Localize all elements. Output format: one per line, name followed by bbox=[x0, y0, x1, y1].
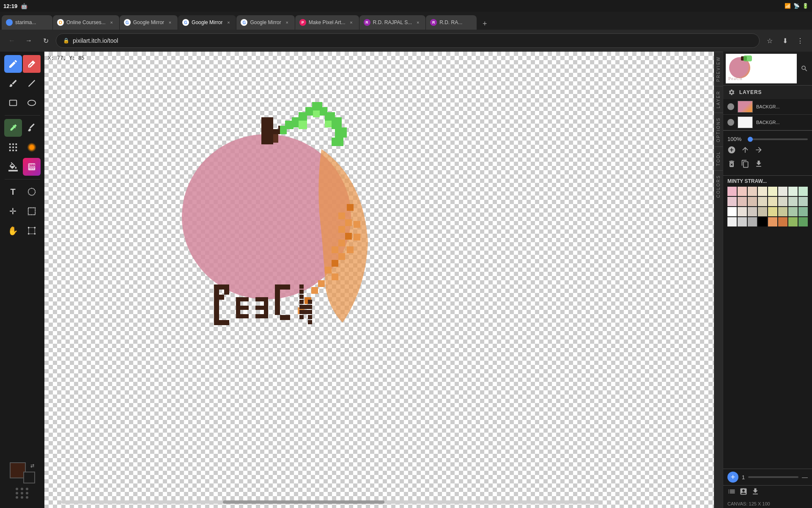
back-button[interactable]: ← bbox=[5, 34, 19, 47]
settings-export-icon[interactable] bbox=[751, 487, 760, 498]
bookmark-button[interactable]: ☆ bbox=[763, 34, 776, 47]
color-swatch[interactable] bbox=[778, 197, 787, 206]
eraser-tool[interactable] bbox=[23, 55, 41, 73]
color-swatch[interactable] bbox=[798, 207, 808, 216]
eyedropper-tool[interactable] bbox=[4, 119, 22, 137]
color-swatch[interactable] bbox=[788, 187, 798, 196]
tab-google-mirror-4[interactable]: G Google Mirror × bbox=[178, 15, 236, 30]
color-swatch[interactable] bbox=[768, 207, 777, 216]
tab-close-google-mirror-3[interactable]: × bbox=[167, 19, 173, 26]
tab-make-pixel-art[interactable]: P Make Pixel Art... × bbox=[295, 15, 359, 30]
layers-list-icon[interactable] bbox=[727, 487, 736, 498]
gradient-tool[interactable] bbox=[23, 158, 41, 176]
color-swatch[interactable] bbox=[788, 207, 798, 216]
tab-online-courses[interactable]: O Online Courses... × bbox=[53, 15, 119, 30]
zoom-slider[interactable] bbox=[748, 138, 808, 140]
address-input-container[interactable]: 🔒 pixilart.itch.io/tool bbox=[56, 33, 760, 48]
pencil-tool[interactable] bbox=[4, 55, 22, 73]
color-swatch[interactable] bbox=[727, 207, 737, 216]
pixel-art-canvas[interactable] bbox=[61, 52, 476, 399]
delete-layer-button[interactable] bbox=[727, 160, 736, 170]
zoom-preview-button[interactable] bbox=[799, 64, 809, 74]
color-swatch[interactable] bbox=[768, 197, 777, 206]
zoom-slider-thumb[interactable] bbox=[748, 137, 753, 142]
color-swatch[interactable] bbox=[758, 217, 767, 226]
secondary-color-swatch[interactable] bbox=[23, 472, 35, 483]
color-swatch[interactable] bbox=[738, 207, 747, 216]
ellipse-tool[interactable] bbox=[23, 94, 41, 112]
color-swatch[interactable] bbox=[798, 197, 808, 206]
color-swatch[interactable] bbox=[758, 197, 767, 206]
text-tool[interactable]: T bbox=[4, 183, 22, 201]
color-swatch[interactable] bbox=[758, 207, 767, 216]
add-layer-button[interactable] bbox=[727, 146, 736, 156]
layer-item-2[interactable]: BACKGR... bbox=[723, 115, 812, 130]
color-swatch[interactable] bbox=[798, 187, 808, 196]
tool-side-label[interactable]: TOOL bbox=[714, 146, 723, 170]
color-swatch[interactable] bbox=[738, 197, 747, 206]
add-frame-button[interactable]: + bbox=[727, 472, 738, 483]
canvas-area[interactable]: X: 77, Y: 85 bbox=[44, 52, 714, 508]
brush-tool[interactable] bbox=[4, 75, 22, 92]
color-swatch[interactable] bbox=[768, 187, 777, 196]
options-side-label[interactable]: OPTIONS bbox=[714, 113, 723, 146]
color-picker-tool[interactable] bbox=[23, 119, 41, 137]
color-swatch[interactable] bbox=[748, 187, 757, 196]
color-swatch[interactable] bbox=[798, 217, 808, 226]
transform-tool[interactable] bbox=[23, 222, 41, 240]
color-swatch[interactable] bbox=[748, 217, 757, 226]
color-swatch[interactable] bbox=[768, 217, 777, 226]
layer-visibility-1[interactable] bbox=[727, 103, 734, 110]
color-swatch[interactable] bbox=[778, 207, 787, 216]
frame-slider[interactable] bbox=[748, 476, 798, 478]
color-swatch[interactable] bbox=[727, 217, 737, 226]
color-swatch[interactable] bbox=[758, 187, 767, 196]
export-icon[interactable] bbox=[739, 487, 748, 498]
color-swatch[interactable] bbox=[788, 197, 798, 206]
download-button[interactable]: ⬇ bbox=[778, 34, 792, 47]
move-tool[interactable]: ✛ bbox=[4, 202, 22, 220]
tab-google-mirror-3[interactable]: G Google Mirror × bbox=[120, 15, 178, 30]
color-swatch[interactable] bbox=[778, 187, 787, 196]
rectangle-tool[interactable] bbox=[4, 94, 22, 112]
fill-tool[interactable] bbox=[4, 158, 22, 176]
tab-close-rdrajpal-7[interactable]: × bbox=[414, 19, 421, 26]
color-swatch[interactable] bbox=[727, 197, 737, 206]
pattern-tool[interactable] bbox=[4, 138, 22, 156]
move-layer-right-button[interactable] bbox=[754, 146, 763, 156]
tab-starima[interactable]: starima... bbox=[2, 15, 52, 30]
layer-item-1[interactable]: BACKGR... bbox=[723, 99, 812, 115]
tab-close-pixel-art[interactable]: × bbox=[348, 19, 355, 26]
tab-close-online-courses[interactable]: × bbox=[108, 19, 115, 26]
reload-button[interactable]: ↻ bbox=[39, 34, 52, 47]
more-button[interactable]: ⋮ bbox=[793, 34, 807, 47]
tab-close-google-mirror-4[interactable]: × bbox=[225, 19, 232, 26]
color-swatch[interactable] bbox=[748, 197, 757, 206]
color-swatch[interactable] bbox=[788, 217, 798, 226]
layer-side-label[interactable]: LAYER bbox=[714, 86, 723, 113]
tab-close-google-mirror-5[interactable]: × bbox=[284, 19, 291, 26]
horizontal-scrollbar[interactable] bbox=[61, 500, 600, 504]
move-layer-up-button[interactable] bbox=[741, 146, 749, 156]
color-swatch[interactable] bbox=[738, 217, 747, 226]
layer-visibility-2[interactable] bbox=[727, 119, 734, 126]
swap-colors-icon[interactable]: ⇄ bbox=[30, 463, 34, 469]
color-swatch[interactable] bbox=[738, 187, 747, 196]
color-swatch[interactable] bbox=[748, 207, 757, 216]
colors-side-label[interactable]: COLORS bbox=[714, 170, 723, 202]
line-tool[interactable] bbox=[23, 75, 41, 92]
layers-settings-icon[interactable] bbox=[727, 88, 736, 97]
copy-layer-button[interactable] bbox=[741, 160, 749, 170]
color-swatch[interactable] bbox=[778, 217, 787, 226]
preview-side-label[interactable]: PREVIEW bbox=[714, 52, 723, 86]
scrollbar-thumb[interactable] bbox=[223, 500, 384, 504]
spray-tool[interactable] bbox=[23, 138, 41, 156]
tab-rdrajpal-7[interactable]: R R.D. RAJPAL S... × bbox=[359, 15, 426, 30]
color-swatch[interactable] bbox=[727, 187, 737, 196]
tab-rdrajpal-8[interactable]: R R.D. RA... bbox=[426, 15, 477, 30]
export-layer-button[interactable] bbox=[754, 160, 763, 170]
tab-google-mirror-5[interactable]: G Google Mirror × bbox=[236, 15, 294, 30]
new-tab-button[interactable]: + bbox=[479, 18, 491, 30]
forward-button[interactable]: → bbox=[22, 34, 36, 47]
hand-tool[interactable]: ✋ bbox=[4, 222, 22, 240]
